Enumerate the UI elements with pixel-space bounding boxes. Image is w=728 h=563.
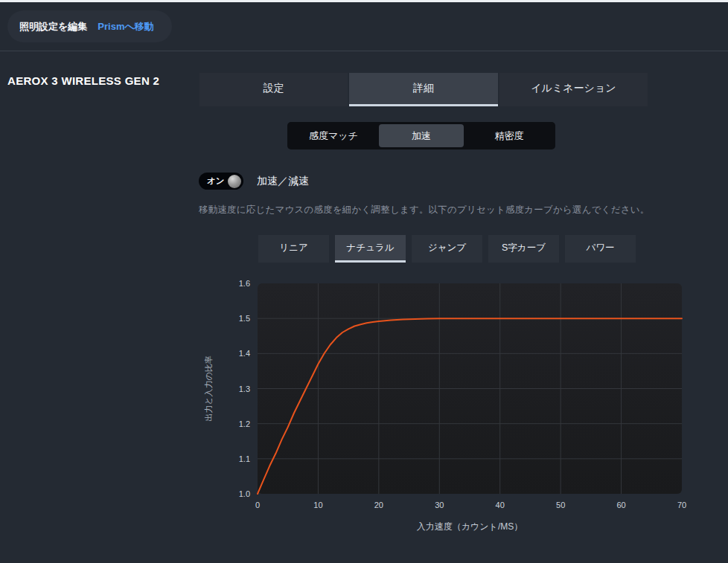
y-axis-title: 出力と入力の比率 <box>204 356 213 422</box>
steelseries-gg-mouse-settings-window: 照明設定を編集 Prismへ移動 AEROX 3 WIRELESS GEN 2 … <box>0 0 728 563</box>
tab-settings-label: 設定 <box>264 82 284 95</box>
main-tab-bar: 設定 詳細 イルミネーション <box>199 73 648 106</box>
x-axis-tick-label: 10 <box>313 501 322 509</box>
subtab-acceleration-label: 加速 <box>412 129 431 143</box>
acceleration-description: 移動速度に応じたマウスの感度を細かく調整します。以下のプリセット感度カーブから選… <box>199 204 649 216</box>
tab-details-label: 詳細 <box>413 82 434 95</box>
curve-preset-bar: リニア ナチュラル ジャンプ S字カーブ パワー <box>258 235 636 263</box>
x-axis-tick-label: 0 <box>255 501 260 509</box>
tab-settings[interactable]: 設定 <box>199 73 348 106</box>
sensitivity-curve-chart: 1.01.11.21.31.41.51.6010203040506070出力と入… <box>201 277 692 535</box>
x-axis-tick-label: 30 <box>435 501 444 509</box>
detail-subtab-bar: 感度マッチ 加速 精密度 <box>287 122 555 149</box>
toggle-knob-icon <box>228 175 241 188</box>
header-divider <box>0 51 728 51</box>
tab-illumination-label: イルミネーション <box>531 82 616 95</box>
preset-linear-label: リニア <box>279 242 307 254</box>
go-to-prism-link[interactable]: Prismへ移動 <box>98 20 153 33</box>
y-axis-tick-label: 1.6 <box>239 279 250 288</box>
tab-details[interactable]: 詳細 <box>349 73 497 106</box>
edit-lighting-label: 照明設定を編集 <box>19 20 87 33</box>
preset-jump[interactable]: ジャンプ <box>412 235 482 263</box>
y-axis-tick-label: 1.2 <box>239 419 250 428</box>
preset-power[interactable]: パワー <box>565 235 636 263</box>
y-axis-tick-label: 1.4 <box>239 349 250 358</box>
y-axis-tick-label: 1.0 <box>239 489 250 498</box>
preset-natural[interactable]: ナチュラル <box>335 235 406 263</box>
device-name-title: AEROX 3 WIRELESS GEN 2 <box>7 74 159 87</box>
x-axis-tick-label: 50 <box>556 501 565 509</box>
subtab-precision-label: 精密度 <box>495 129 524 143</box>
tab-illumination[interactable]: イルミネーション <box>499 73 648 106</box>
subtab-sensitivity-match[interactable]: 感度マッチ <box>291 124 376 147</box>
acceleration-deceleration-label: 加速／減速 <box>257 175 309 188</box>
toggle-state-label: オン <box>207 176 225 187</box>
subtab-sensitivity-match-label: 感度マッチ <box>309 129 358 143</box>
x-axis-tick-label: 60 <box>616 501 625 509</box>
y-axis-tick-label: 1.1 <box>239 454 250 463</box>
preset-power-label: パワー <box>586 242 614 254</box>
acceleration-on-toggle[interactable]: オン <box>199 173 243 190</box>
x-axis-title: 入力速度（カウント/MS） <box>417 521 523 532</box>
lighting-settings-pill: 照明設定を編集 Prismへ移動 <box>7 10 172 42</box>
y-axis-tick-label: 1.5 <box>239 314 250 323</box>
preset-s-curve[interactable]: S字カーブ <box>488 235 559 263</box>
x-axis-tick-label: 70 <box>677 501 686 509</box>
window-top-edge <box>0 0 728 2</box>
x-axis-tick-label: 40 <box>496 501 505 509</box>
preset-linear[interactable]: リニア <box>258 235 329 263</box>
preset-jump-label: ジャンプ <box>428 242 466 254</box>
x-axis-tick-label: 20 <box>374 501 383 509</box>
subtab-precision[interactable]: 精密度 <box>467 124 552 147</box>
acceleration-toggle-row: オン 加速／減速 <box>199 173 309 190</box>
y-axis-tick-label: 1.3 <box>239 385 250 393</box>
preset-s-curve-label: S字カーブ <box>502 242 546 254</box>
subtab-acceleration[interactable]: 加速 <box>379 124 464 147</box>
preset-natural-label: ナチュラル <box>347 242 395 254</box>
